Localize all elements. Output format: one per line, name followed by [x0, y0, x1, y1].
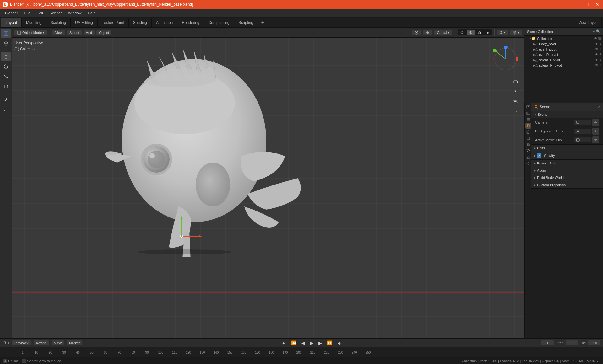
object-props-icon[interactable] [525, 136, 531, 141]
next-frame-button[interactable]: ▶ [317, 340, 323, 345]
tab-view-layer[interactable]: View Layer [574, 18, 602, 27]
zoom-button[interactable] [511, 97, 519, 105]
tool-move[interactable] [1, 52, 11, 61]
global-button[interactable]: Global ▾ [434, 30, 452, 35]
view-layer-props-icon[interactable] [525, 117, 531, 122]
outliner-item-sclera-r[interactable]: △ sclera_R_pivot 👁 ⊕ [524, 62, 603, 68]
tab-sculpting[interactable]: Sculpting [46, 18, 71, 27]
gravity-checkbox[interactable]: ✓ [537, 153, 541, 158]
search-button[interactable] [511, 106, 519, 114]
tool-measure[interactable] [1, 105, 11, 114]
sclera-l-vis[interactable]: 👁 [595, 58, 598, 62]
timeline-view-menu[interactable]: View [52, 340, 64, 345]
outliner-item-body-pivot[interactable]: △ Body_pivot 👁 ⊕ [524, 41, 603, 46]
proportional-edit-button[interactable] [412, 30, 421, 35]
tab-layout[interactable]: Layout [1, 18, 22, 27]
jump-start-button[interactable]: ⏮ [280, 340, 287, 345]
tool-rotate[interactable] [1, 62, 11, 71]
eye-l-extra[interactable]: ⊕ [599, 47, 602, 51]
tab-rendering[interactable]: Rendering [177, 18, 204, 27]
add-menu-button[interactable]: Add [84, 30, 95, 35]
tab-scripting[interactable]: Scripting [234, 18, 258, 27]
keying-sets-header[interactable]: Keying Sets [531, 160, 603, 167]
body-pivot-extra[interactable]: ⊕ [599, 42, 602, 46]
tool-cursor[interactable] [1, 39, 11, 48]
maximize-button[interactable]: □ [584, 1, 590, 8]
timeline-type-arrow[interactable]: ▾ [8, 341, 9, 345]
custom-props-header[interactable]: Custom Properties [531, 181, 603, 188]
menu-file[interactable]: File [22, 10, 33, 16]
camera-value[interactable] [574, 120, 591, 125]
eye-r-vis[interactable]: 👁 [595, 53, 598, 56]
timeline-track[interactable]: 1 10 20 30 40 50 60 70 80 90 100 110 120… [0, 347, 603, 357]
outliner-item-sclera-l[interactable]: △ sclera_l_pivot 👁 ⊕ [524, 57, 603, 62]
tab-animation[interactable]: Animation [152, 18, 177, 27]
next-keyframe-button[interactable]: ⏩ [326, 340, 334, 345]
object-mode-button[interactable]: Object Mode ▾ [14, 30, 47, 35]
prev-frame-button[interactable]: ◀ [300, 340, 306, 345]
collection-visibility[interactable]: 👁 [594, 37, 597, 40]
tool-transform[interactable] [1, 82, 11, 91]
active-movie-clip-value[interactable] [574, 137, 591, 142]
bg-scene-picker[interactable]: ✏ [592, 128, 599, 135]
menu-blender[interactable]: Blender [3, 10, 20, 16]
minimize-button[interactable]: — [574, 1, 580, 8]
prev-keyframe-button[interactable]: ⏪ [290, 340, 298, 345]
viewport[interactable]: Object Mode ▾ View Select Add Object Glo… [12, 28, 524, 338]
menu-window[interactable]: Window [66, 10, 84, 16]
rigid-body-header[interactable]: Rigid Body World [531, 174, 603, 181]
tool-annotate[interactable] [1, 95, 11, 104]
outliner-item-collection[interactable]: 📁 Collection 👁 🎬 [524, 36, 603, 41]
tab-shading[interactable]: Shading [129, 18, 152, 27]
sclera-l-extra[interactable]: ⊕ [599, 58, 602, 62]
marker-menu[interactable]: Marker [67, 340, 82, 345]
close-button[interactable]: ✕ [594, 1, 600, 8]
outliner-filter-button[interactable]: ▾ [593, 29, 595, 34]
scene-section-header[interactable]: Scene [531, 111, 603, 118]
output-props-icon[interactable] [525, 110, 531, 116]
body-pivot-vis[interactable]: 👁 [595, 42, 598, 46]
start-frame-box[interactable]: 1 [566, 340, 578, 345]
viewport-gizmo[interactable]: X Y Z [493, 46, 518, 72]
tab-compositing[interactable]: Compositing [204, 18, 234, 27]
tool-select[interactable] [1, 29, 11, 38]
physics-props-icon[interactable] [525, 154, 531, 160]
overlays-button[interactable]: ⊙ ▾ [497, 30, 508, 35]
keying-menu[interactable]: Keying [34, 340, 49, 345]
playback-menu[interactable]: Playback [12, 340, 31, 345]
timeline-type-icon[interactable]: ⏱ [3, 341, 6, 345]
particles-props-icon[interactable] [525, 148, 531, 154]
tab-texture-paint[interactable]: Texture Paint [98, 18, 129, 27]
outliner-search-button[interactable]: 🔍 [596, 29, 600, 34]
view-menu-button[interactable]: View [52, 30, 65, 35]
sclera-r-vis[interactable]: 👁 [595, 63, 598, 67]
eye-l-vis[interactable]: 👁 [595, 47, 598, 51]
play-button[interactable]: ▶ [309, 340, 315, 345]
sclera-r-extra[interactable]: ⊕ [599, 63, 602, 67]
jump-end-button[interactable]: ⏭ [336, 340, 343, 345]
view-orbit-button[interactable] [511, 87, 519, 95]
camera-view-button[interactable] [511, 78, 519, 86]
menu-help[interactable]: Help [85, 10, 98, 16]
end-frame-box[interactable]: 250 [588, 340, 600, 345]
material-shading[interactable]: ◑ [475, 30, 484, 35]
world-props-icon[interactable] [525, 129, 531, 135]
center-view-key[interactable]: ~ [22, 359, 26, 363]
eye-r-extra[interactable]: ⊕ [599, 53, 602, 56]
gizmos-button[interactable]: ▾ [510, 30, 522, 35]
tool-scale[interactable] [1, 72, 11, 81]
constraints-props-icon[interactable] [525, 161, 531, 166]
object-menu-button[interactable]: Object [96, 30, 111, 35]
current-frame-box[interactable]: 1 [541, 340, 554, 345]
tab-modeling[interactable]: Modeling [22, 18, 46, 27]
audio-section-header[interactable]: Audio [531, 167, 603, 174]
select-menu-button[interactable]: Select [67, 30, 82, 35]
wireframe-shading[interactable]: ⬡ [458, 30, 466, 35]
movie-clip-picker[interactable]: ✏ [592, 136, 599, 143]
menu-render[interactable]: Render [47, 10, 64, 16]
add-workspace-button[interactable]: + [258, 18, 267, 27]
modifier-props-icon[interactable] [525, 142, 531, 147]
menu-edit[interactable]: Edit [34, 10, 46, 16]
select-key-hint[interactable]: M [3, 359, 7, 363]
camera-picker[interactable]: ✏ [592, 119, 599, 126]
